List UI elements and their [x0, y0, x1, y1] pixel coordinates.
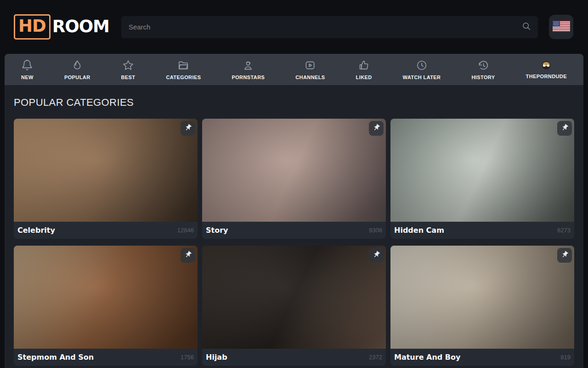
category-thumbnail[interactable]: [14, 246, 198, 349]
category-thumbnail[interactable]: [14, 119, 198, 222]
content-area: POPULAR CATEGORIES Celebrity12846Story93…: [5, 97, 583, 366]
category-title: Story: [206, 226, 228, 235]
nav-label: CHANNELS: [295, 75, 325, 80]
nav-item-theporndude[interactable]: THEPORNDUDE: [521, 54, 571, 85]
category-title: Hijab: [206, 353, 227, 362]
category-card[interactable]: Mature And Boy819: [390, 246, 574, 366]
category-thumbnail[interactable]: [202, 246, 386, 349]
category-title: Stepmom And Son: [17, 353, 94, 362]
category-count: 1756: [181, 354, 194, 361]
nav-label: LIKED: [356, 75, 372, 80]
main-navigation: NEW POPULAR BEST: [5, 54, 583, 85]
nav-label: BEST: [121, 75, 136, 80]
pin-button[interactable]: [181, 121, 195, 136]
thumbnail-shade: [202, 119, 386, 222]
bell-icon: [21, 59, 33, 71]
category-card[interactable]: Hijab2372: [202, 246, 386, 366]
nav-item-history[interactable]: HISTORY: [467, 54, 499, 85]
category-count: 12846: [177, 227, 194, 234]
category-title: Mature And Boy: [394, 353, 460, 362]
thumbnail-shade: [14, 119, 198, 222]
thumbs-up-icon: [358, 59, 370, 71]
category-title: Hidden Cam: [394, 226, 444, 235]
pin-button[interactable]: [181, 248, 195, 263]
nav-item-popular[interactable]: POPULAR: [60, 54, 95, 85]
category-footer: Hidden Cam6273: [390, 222, 574, 239]
page-title: POPULAR CATEGORIES: [14, 97, 574, 109]
category-count: 819: [560, 354, 571, 361]
nav-item-channels[interactable]: CHANNELS: [291, 54, 329, 85]
category-footer: Mature And Boy819: [390, 349, 574, 366]
logo-hd-box: HD: [14, 14, 51, 39]
site-header: HD ROOM: [0, 0, 588, 54]
nav-item-best[interactable]: BEST: [117, 54, 140, 85]
category-footer: Celebrity12846: [14, 222, 198, 239]
search-input[interactable]: [121, 16, 538, 38]
logo-hd-text: HD: [18, 16, 46, 36]
pin-button[interactable]: [369, 248, 384, 263]
logo-room-text: ROOM: [52, 17, 109, 37]
pin-button[interactable]: [557, 248, 572, 263]
nav-label: NEW: [21, 75, 34, 80]
person-icon: [242, 59, 254, 71]
category-count: 9306: [369, 227, 382, 234]
thumbnail-shade: [390, 246, 574, 349]
pushpin-icon: [561, 124, 569, 133]
language-button[interactable]: [549, 15, 573, 39]
nav-label: WATCH LATER: [403, 75, 441, 80]
pushpin-icon: [373, 251, 380, 260]
nav-label: CATEGORIES: [166, 75, 201, 80]
search-bar: [121, 16, 538, 38]
category-grid: Celebrity12846Story9306Hidden Cam6273Ste…: [14, 119, 574, 366]
search-icon: [521, 21, 531, 33]
pushpin-icon: [561, 251, 569, 260]
thumbnail-shade: [390, 119, 574, 222]
nav-label: THEPORNDUDE: [526, 74, 567, 79]
nav-item-pornstars[interactable]: PORNSTARS: [227, 54, 269, 85]
pushpin-icon: [373, 124, 380, 133]
history-icon: [477, 59, 489, 71]
nav-item-liked[interactable]: LIKED: [351, 54, 377, 85]
category-thumbnail[interactable]: [390, 246, 574, 349]
pushpin-icon: [184, 251, 192, 260]
thumbnail-shade: [14, 246, 198, 349]
search-button[interactable]: [519, 19, 534, 35]
category-footer: Story9306: [202, 222, 386, 239]
nav-item-categories[interactable]: CATEGORIES: [161, 54, 205, 85]
thumbnail-shade: [202, 246, 386, 349]
nav-item-watch-later[interactable]: WATCH LATER: [398, 54, 446, 85]
site-logo[interactable]: HD ROOM: [14, 14, 109, 39]
pushpin-icon: [184, 124, 192, 133]
category-count: 6273: [557, 227, 571, 234]
category-footer: Stepmom And Son1756: [14, 349, 198, 366]
category-count: 2372: [369, 354, 382, 361]
flame-icon: [71, 59, 83, 71]
nav-label: PORNSTARS: [232, 75, 265, 80]
clock-icon: [416, 59, 428, 71]
category-footer: Hijab2372: [202, 349, 386, 366]
pin-button[interactable]: [369, 121, 384, 136]
nav-label: POPULAR: [64, 75, 90, 80]
folder-icon: [177, 59, 189, 71]
pin-button[interactable]: [557, 121, 572, 136]
play-square-icon: [304, 59, 316, 71]
dude-face-icon: [541, 60, 551, 70]
category-card[interactable]: Story9306: [202, 119, 386, 239]
category-card[interactable]: Celebrity12846: [14, 119, 198, 239]
us-flag-icon: [553, 21, 570, 33]
category-thumbnail[interactable]: [202, 119, 386, 222]
category-title: Celebrity: [17, 226, 55, 235]
star-icon: [122, 59, 134, 71]
nav-label: HISTORY: [471, 75, 495, 80]
category-thumbnail[interactable]: [390, 119, 574, 222]
main-panel: NEW POPULAR BEST: [5, 54, 583, 368]
nav-item-new[interactable]: NEW: [17, 54, 38, 85]
category-card[interactable]: Stepmom And Son1756: [14, 246, 198, 366]
category-card[interactable]: Hidden Cam6273: [390, 119, 574, 239]
